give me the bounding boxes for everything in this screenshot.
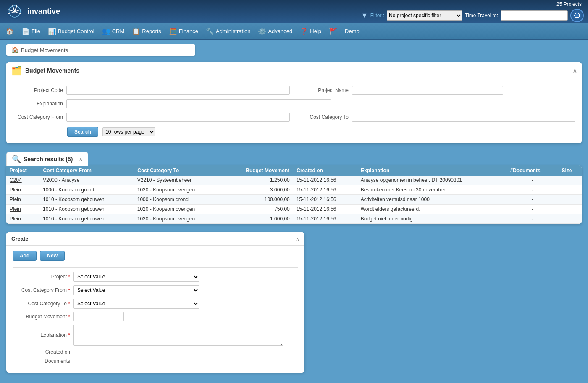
create-cost-to-select[interactable]: Select Value <box>74 299 200 309</box>
logo-icon <box>4 3 25 20</box>
create-panel-body: Add New Project * Select Value Cost Cate… <box>6 246 304 373</box>
filter-label[interactable]: Filter : <box>370 13 384 18</box>
nav-label-help: Help <box>310 28 321 34</box>
create-row-cost-from: Cost Category From * Select Value <box>13 285 298 295</box>
create-row-documents: Documents <box>13 358 298 364</box>
cell-created-on: 15-11-2012 16:56 <box>293 185 357 195</box>
nav-item-demo[interactable]: Demo <box>341 24 363 38</box>
cell-size <box>558 214 582 224</box>
table-row: Plein 1010 - Koopsom gebouwen 1020 - Koo… <box>6 205 582 214</box>
form-row-explanation: Explanation <box>13 99 575 108</box>
cell-project[interactable]: Plein <box>6 185 39 195</box>
nav-item-advanced[interactable]: ⚙️ Advanced <box>255 24 296 38</box>
nav-item-finance[interactable]: 🧮 Finance <box>165 24 202 38</box>
results-content: Project Cost Category From Cost Category… <box>6 165 582 224</box>
project-name-input[interactable] <box>352 86 503 95</box>
cell-explanation: Budget niet meer nodig. <box>357 214 507 224</box>
cell-project[interactable]: Plein <box>6 214 39 224</box>
home-icon: 🏠 <box>5 27 14 35</box>
nav-item-crm[interactable]: 👥 CRM <box>99 24 128 38</box>
cell-explanation: Wordt elders gefactureerd. <box>357 205 507 214</box>
power-button[interactable]: ⏻ <box>570 9 584 22</box>
cell-budget-movement: 100.000,00 <box>223 195 293 205</box>
project-required: * <box>68 274 70 280</box>
time-travel-input[interactable] <box>501 10 568 21</box>
file-icon: 📄 <box>21 27 30 35</box>
create-project-label: Project * <box>13 274 74 280</box>
breadcrumb-text: Budget Movements <box>21 47 68 53</box>
top-bar: invantive 25 Projects ▼ Filter : No proj… <box>0 0 588 23</box>
nav-item-help[interactable]: ❓ Help <box>297 24 325 38</box>
nav-label-budget-control: Budget Control <box>58 28 94 34</box>
create-collapse-icon[interactable]: ∧ <box>296 236 299 242</box>
nav-item-demo-flag[interactable]: 🚩 <box>326 24 341 38</box>
cell-cost-from: 1010 - Koopsom gebouwen <box>39 214 134 224</box>
cost-category-from-input[interactable] <box>66 113 290 122</box>
results-panel-icon: 🔍 <box>12 155 21 164</box>
nav-label-demo: Demo <box>345 28 360 34</box>
project-code-input[interactable] <box>66 86 290 95</box>
top-right-controls: 25 Projects ▼ Filter : No project specif… <box>361 1 584 22</box>
results-panel-title: Search results (5) <box>24 156 73 163</box>
cell-size <box>558 176 582 185</box>
search-panel-title: Budget Movements <box>25 67 79 74</box>
table-row: Plein 1010 - Koopsom gebouwen 1000 - Koo… <box>6 195 582 205</box>
form-row-project-code: Project Code <box>13 86 290 95</box>
nav-item-administration[interactable]: 🔧 Administration <box>202 24 254 38</box>
create-project-select[interactable]: Select Value <box>74 272 200 282</box>
cell-size <box>558 205 582 214</box>
cost-category-to-input[interactable] <box>352 113 575 122</box>
table-row: C204 V2000 - Analyse V2210 - Systeembehe… <box>6 176 582 185</box>
cell-cost-to: 1020 - Koopsom overigen <box>134 185 223 195</box>
table-header-row: Project Cost Category From Cost Category… <box>6 165 582 176</box>
cell-explanation: Activiteiten verhuisd naar 1000. <box>357 195 507 205</box>
search-form-grid: Project Code Project Name Explanation Co… <box>13 86 575 122</box>
create-budget-movement-input[interactable] <box>74 312 124 321</box>
nav-bar: 🏠 📄 File 📊 Budget Control 👥 CRM 📋 Report… <box>0 23 588 40</box>
create-cost-from-select[interactable]: Select Value <box>74 285 200 295</box>
nav-item-home[interactable]: 🏠 <box>2 24 17 38</box>
cell-project[interactable]: Plein <box>6 195 39 205</box>
search-button[interactable]: Search <box>67 127 98 137</box>
cell-documents: - <box>507 185 558 195</box>
project-filter-select[interactable]: No project specific filter <box>387 10 462 21</box>
explanation-input[interactable] <box>66 99 331 108</box>
nav-item-budget-control[interactable]: 📊 Budget Control <box>45 24 98 38</box>
results-panel-wrapper: 🔍 Search results (5) ∧ Project Cost Cate… <box>6 152 582 224</box>
logo-text: invantive <box>27 7 60 16</box>
create-separator <box>13 267 298 268</box>
cell-cost-to: 1020 - Koopsom overigen <box>134 205 223 214</box>
demo-flag-icon: 🚩 <box>329 27 337 35</box>
cell-budget-movement: 1.250,00 <box>223 176 293 185</box>
cell-cost-from: 1000 - Koopsom grond <box>39 185 134 195</box>
nav-label-advanced: Advanced <box>268 28 292 34</box>
budget-control-icon: 📊 <box>48 27 56 35</box>
filter-icon: ▼ <box>361 12 368 19</box>
help-icon: ❓ <box>300 27 308 35</box>
cell-size <box>558 195 582 205</box>
tab-right-area <box>88 153 582 165</box>
col-budget-movement: Budget Movement <box>223 165 293 176</box>
new-button[interactable]: New <box>40 251 65 261</box>
create-panel-header: Create ∧ <box>6 232 304 246</box>
cell-budget-movement: 3.000,00 <box>223 185 293 195</box>
search-panel-collapse[interactable]: ∧ <box>572 67 578 75</box>
create-row-explanation: Explanation * <box>13 325 298 346</box>
cell-project[interactable]: C204 <box>6 176 39 185</box>
create-cost-from-label: Cost Category From * <box>13 287 74 293</box>
cell-explanation: Analyse opgenomen in beheer. DT 20090301 <box>357 176 507 185</box>
rows-per-page-select[interactable]: 10 rows per page 25 rows per page 50 row… <box>102 127 155 136</box>
nav-label-reports: Reports <box>142 28 161 34</box>
cell-project[interactable]: Plein <box>6 205 39 214</box>
finance-icon: 🧮 <box>169 27 177 35</box>
nav-item-reports[interactable]: 📋 Reports <box>129 24 165 38</box>
results-collapse-icon[interactable]: ∧ <box>79 156 83 162</box>
cost-category-from-label: Cost Category From <box>13 114 63 120</box>
nav-label-file: File <box>32 28 40 34</box>
nav-item-file[interactable]: 📄 File <box>18 24 44 38</box>
add-button[interactable]: Add <box>13 251 37 261</box>
cell-explanation: Besproken met Kees op 30 november. <box>357 185 507 195</box>
cell-created-on: 15-11-2012 16:56 <box>293 176 357 185</box>
create-explanation-textarea[interactable] <box>74 325 284 346</box>
cost-category-to-label: Cost Category To <box>298 114 349 120</box>
